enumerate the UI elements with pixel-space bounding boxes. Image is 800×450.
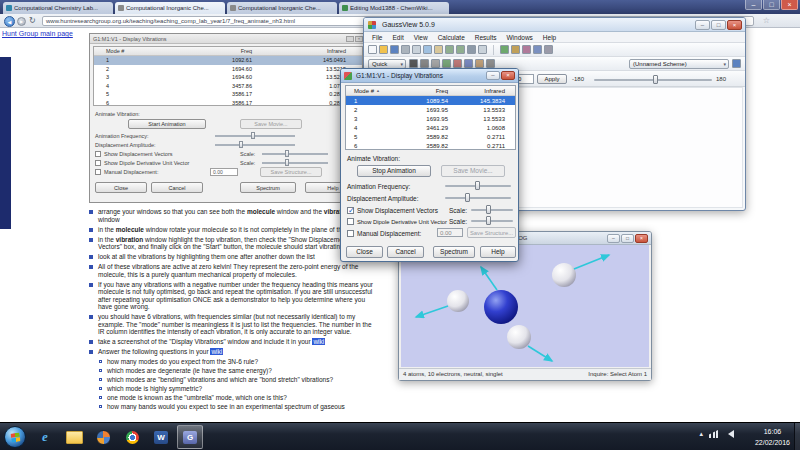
vibration-mode-row[interactable]: 43461.291.0608 — [346, 123, 515, 132]
vibration-mode-row[interactable]: 11089.54145.3834 — [346, 96, 515, 105]
inquire-icon[interactable] — [475, 59, 484, 68]
wiki-link[interactable]: wiki — [210, 348, 223, 355]
vibration-mode-row[interactable]: 53589.820.2711 — [346, 132, 515, 141]
amino-acid-icon[interactable] — [442, 59, 451, 68]
nitrogen-atom[interactable] — [484, 290, 518, 324]
spectrum-button[interactable]: Spectrum — [433, 246, 475, 258]
windows-explorer-icon[interactable] — [61, 425, 87, 449]
tray-expand-icon[interactable] — [699, 430, 703, 438]
quick-dropdown[interactable]: Quick▾ — [368, 59, 406, 69]
custom-fragment-icon[interactable] — [544, 45, 553, 54]
bullet-icon — [89, 315, 93, 319]
undo-icon[interactable] — [445, 45, 454, 54]
help-icon[interactable] — [478, 45, 487, 54]
copy-icon[interactable] — [423, 45, 432, 54]
vibration-mode-row[interactable]: 21693.9513.5533 — [346, 105, 515, 114]
print-icon[interactable] — [401, 45, 410, 54]
ring-fragment-icon[interactable] — [511, 45, 520, 54]
redo-icon[interactable] — [456, 45, 465, 54]
benzene-ring-icon[interactable] — [420, 59, 429, 68]
show-desktop-button[interactable] — [794, 423, 800, 450]
back-button[interactable]: ◀ — [4, 16, 15, 27]
browser-tab[interactable]: Computational Chemistry Lab... — [3, 2, 113, 14]
cut-icon[interactable] — [412, 45, 421, 54]
hydrogen-atom[interactable] — [507, 325, 531, 349]
volume-icon[interactable] — [724, 430, 734, 438]
vibration-mode-row[interactable]: 31693.9513.5533 — [346, 114, 515, 123]
animation-frequency-slider[interactable] — [445, 181, 511, 190]
snapshot-icon[interactable] — [467, 45, 476, 54]
gv-menu-file[interactable]: File — [367, 34, 387, 41]
rotation-slider[interactable] — [594, 75, 712, 84]
mol-minimize-button[interactable]: – — [607, 234, 620, 243]
r-group-icon[interactable] — [431, 59, 440, 68]
element-carbon-icon[interactable] — [409, 59, 418, 68]
element-fragment-icon[interactable] — [500, 45, 509, 54]
show-displacement-vectors-checkbox[interactable] — [347, 207, 354, 214]
stop-animation-button[interactable]: Stop Animation — [357, 165, 431, 177]
gv-close-button[interactable]: × — [727, 20, 742, 30]
gv-menu-help[interactable]: Help — [538, 34, 561, 41]
example-cancel-button: Cancel — [151, 182, 203, 193]
browser-tab[interactable]: Computational Inorganic Che... — [227, 2, 337, 14]
browser-tab[interactable]: Editing Mod1388 - ChemWiki... — [339, 2, 449, 14]
dipole-scale-slider[interactable] — [471, 216, 513, 225]
gv-menu-results[interactable]: Results — [470, 34, 502, 41]
refresh-button[interactable]: ↻ — [29, 17, 36, 25]
biological-fragment-icon[interactable] — [533, 45, 542, 54]
freq-column-header[interactable]: Freq — [392, 88, 448, 94]
show-dipole-derivative-checkbox[interactable] — [347, 218, 354, 225]
mode-column-header[interactable]: Mode #▲ — [346, 88, 392, 94]
gaussview-icon[interactable] — [177, 425, 203, 449]
manual-displacement-checkbox[interactable] — [347, 230, 354, 237]
help-button[interactable]: Help — [480, 246, 516, 258]
open-file-icon[interactable] — [379, 45, 388, 54]
gv-menu-view[interactable]: View — [409, 34, 433, 41]
maximize-button[interactable]: □ — [763, 0, 780, 10]
close-button-dialog[interactable]: Close — [346, 246, 383, 258]
dialog-close-icon[interactable]: × — [501, 71, 515, 80]
gv-menu-edit[interactable]: Edit — [387, 34, 408, 41]
close-button[interactable]: × — [781, 0, 798, 10]
gv-menu-windows[interactable]: Windows — [501, 34, 537, 41]
hunt-group-link[interactable]: Hunt Group main page — [2, 30, 73, 37]
r-group-fragment-icon[interactable] — [522, 45, 531, 54]
wiki-link[interactable]: wiki — [312, 338, 325, 345]
paste-icon[interactable] — [434, 45, 443, 54]
scheme-dropdown[interactable]: (Unnamed Scheme)▾ — [629, 59, 729, 69]
media-player-icon[interactable] — [90, 425, 116, 449]
word-icon[interactable] — [148, 425, 174, 449]
cancel-button[interactable]: Cancel — [387, 246, 424, 258]
network-icon[interactable] — [709, 430, 718, 438]
measure-icon[interactable] — [486, 59, 495, 68]
hydrogen-atom[interactable] — [447, 290, 469, 312]
vibration-mode-row[interactable]: 63589.820.2711 — [346, 141, 515, 150]
gv-maximize-button[interactable]: □ — [711, 20, 726, 30]
browser-tab[interactable]: Computational Inorganic Che... — [115, 2, 225, 14]
minimize-button[interactable]: – — [745, 0, 762, 10]
example-table-header: Mode # Freq Infrared — [94, 47, 362, 56]
internet-explorer-icon[interactable] — [32, 425, 58, 449]
apply-button[interactable]: Apply — [537, 74, 567, 84]
molecule-viewport[interactable] — [401, 245, 649, 367]
infrared-column-header[interactable]: Infrared — [448, 88, 509, 94]
dialog-minimize-button[interactable]: – — [486, 71, 500, 80]
mol-maximize-button[interactable]: □ — [621, 234, 634, 243]
forward-button[interactable]: ▶ — [17, 17, 26, 26]
hydrogen-atom[interactable] — [552, 263, 576, 287]
example-vibration-cell: 3586.17 — [164, 91, 252, 97]
taskbar-clock[interactable]: 16:06 22/02/2016 — [755, 426, 790, 448]
gv-menu-calculate[interactable]: Calculate — [433, 34, 470, 41]
mol-close-button[interactable]: × — [635, 234, 648, 243]
gv-minimize-button[interactable]: – — [695, 20, 710, 30]
start-button[interactable] — [4, 426, 26, 448]
delete-atom-icon[interactable] — [453, 59, 462, 68]
new-file-icon[interactable] — [368, 45, 377, 54]
chrome-icon[interactable] — [119, 425, 145, 449]
displacement-amplitude-slider[interactable] — [445, 193, 511, 202]
select-atom-icon[interactable] — [464, 59, 473, 68]
save-scheme-icon[interactable] — [732, 59, 741, 68]
save-file-icon[interactable] — [390, 45, 399, 54]
bookmark-star-icon[interactable]: ☆ — [763, 16, 770, 26]
vectors-scale-slider[interactable] — [471, 205, 513, 214]
